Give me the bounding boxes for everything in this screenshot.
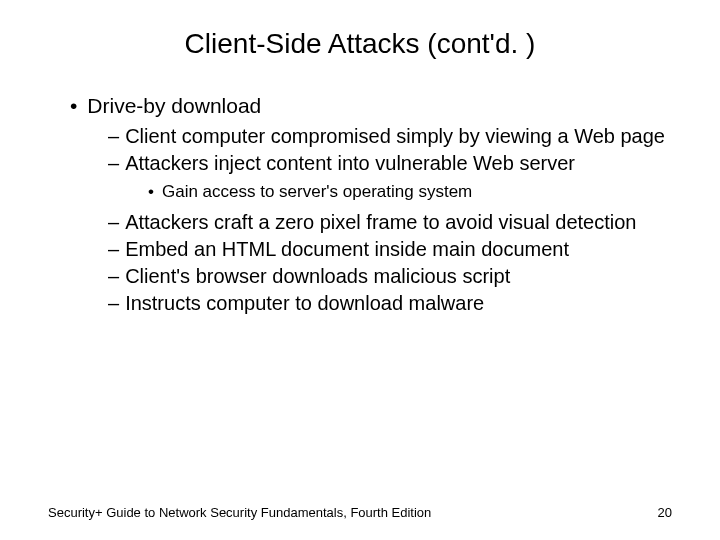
bullet-level2: –Client computer compromised simply by v… — [108, 124, 672, 149]
bullet-level2: –Attackers inject content into vulnerabl… — [108, 151, 672, 176]
bullet-level3: •Gain access to server's operating syste… — [148, 182, 672, 202]
bullet-text: Drive-by download — [87, 94, 261, 117]
bullet-level1: •Drive-by download — [70, 94, 672, 118]
dash-marker: – — [108, 292, 119, 314]
sub-bullet-text: Gain access to server's operating system — [162, 182, 472, 201]
dash-marker: – — [108, 125, 119, 147]
dash-text: Embed an HTML document inside main docum… — [125, 238, 569, 260]
footer: Security+ Guide to Network Security Fund… — [48, 505, 672, 520]
bullet-level2: –Instructs computer to download malware — [108, 291, 672, 316]
dash-text: Attackers inject content into vulnerable… — [125, 152, 575, 174]
bullet-level2: –Embed an HTML document inside main docu… — [108, 237, 672, 262]
bullet-marker: • — [70, 94, 77, 117]
dash-text: Instructs computer to download malware — [125, 292, 484, 314]
dash-text: Attackers craft a zero pixel frame to av… — [125, 211, 636, 233]
dash-marker: – — [108, 265, 119, 287]
dash-marker: – — [108, 152, 119, 174]
dash-marker: – — [108, 238, 119, 260]
footer-source: Security+ Guide to Network Security Fund… — [48, 505, 431, 520]
bullet-level2: –Client's browser downloads malicious sc… — [108, 264, 672, 289]
bullet-marker: • — [148, 182, 154, 201]
dash-text: Client's browser downloads malicious scr… — [125, 265, 510, 287]
slide-title: Client-Side Attacks (cont'd. ) — [48, 28, 672, 60]
dash-text: Client computer compromised simply by vi… — [125, 125, 665, 147]
page-number: 20 — [658, 505, 672, 520]
bullet-level2: –Attackers craft a zero pixel frame to a… — [108, 210, 672, 235]
dash-marker: – — [108, 211, 119, 233]
